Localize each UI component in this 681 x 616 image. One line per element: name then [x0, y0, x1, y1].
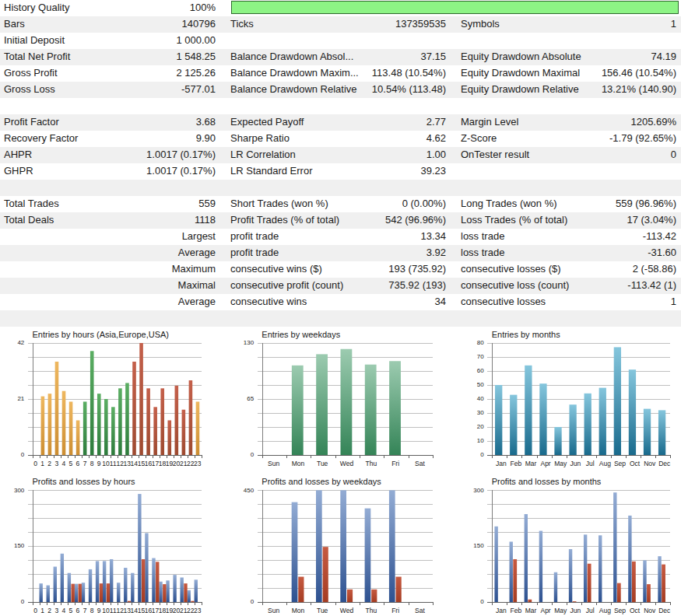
svg-text:40: 40 [477, 395, 484, 402]
svg-text:70: 70 [477, 353, 484, 360]
svg-text:1: 1 [40, 460, 44, 467]
svg-text:0: 0 [33, 460, 37, 467]
svg-text:8: 8 [90, 607, 94, 614]
svg-text:9: 9 [97, 607, 101, 614]
svg-text:2: 2 [47, 460, 51, 467]
svg-text:3: 3 [54, 460, 58, 467]
svg-text:Entries by hours (Asia,Europe,: Entries by hours (Asia,Europe,USA) [33, 330, 169, 339]
svg-text:Fri: Fri [391, 460, 399, 467]
svg-text:Tue: Tue [317, 460, 328, 467]
svg-text:30: 30 [477, 409, 484, 416]
svg-text:Profits and losses by weekdays: Profits and losses by weekdays [262, 477, 381, 486]
svg-text:5: 5 [69, 607, 73, 614]
svg-text:Nov: Nov [644, 460, 656, 467]
svg-text:21: 21 [17, 395, 24, 402]
svg-text:10: 10 [477, 437, 484, 444]
svg-text:Mar: Mar [525, 607, 537, 614]
svg-text:Mar: Mar [525, 460, 537, 467]
svg-text:42: 42 [17, 339, 24, 346]
svg-text:23: 23 [194, 607, 202, 614]
svg-text:Tue: Tue [317, 607, 328, 614]
svg-text:Mon: Mon [292, 460, 305, 467]
svg-text:150: 150 [473, 542, 484, 549]
svg-text:Jan: Jan [496, 607, 507, 614]
svg-text:Dec: Dec [658, 460, 671, 467]
svg-text:300: 300 [14, 487, 25, 494]
svg-text:Feb: Feb [511, 607, 522, 614]
svg-text:20: 20 [477, 423, 484, 430]
svg-text:Aug: Aug [599, 460, 611, 467]
svg-text:Aug: Aug [599, 607, 611, 614]
svg-text:10: 10 [102, 460, 110, 467]
svg-text:Entries by weekdays: Entries by weekdays [262, 330, 340, 339]
svg-text:Jul: Jul [586, 607, 595, 614]
svg-text:Sun: Sun [268, 460, 279, 467]
svg-text:7: 7 [83, 460, 87, 467]
svg-text:Feb: Feb [511, 460, 522, 467]
svg-text:Apr: Apr [540, 460, 550, 467]
svg-text:Sep: Sep [614, 460, 626, 467]
svg-text:1: 1 [40, 607, 44, 614]
svg-text:450: 450 [244, 487, 254, 494]
svg-text:Dec: Dec [658, 607, 671, 614]
svg-text:8: 8 [90, 460, 94, 467]
svg-text:Oct: Oct [630, 607, 641, 614]
svg-text:Mon: Mon [292, 607, 305, 614]
svg-text:Profits and losses by months: Profits and losses by months [492, 477, 602, 486]
svg-text:Sep: Sep [614, 607, 626, 614]
svg-text:10: 10 [102, 607, 110, 614]
svg-text:7: 7 [83, 607, 87, 614]
svg-text:Profits and losses by hours: Profits and losses by hours [33, 477, 136, 486]
svg-text:60: 60 [477, 367, 484, 374]
svg-text:Jun: Jun [570, 607, 581, 614]
svg-text:5: 5 [69, 460, 73, 467]
svg-text:130: 130 [244, 339, 254, 346]
svg-text:Sat: Sat [415, 607, 425, 614]
svg-text:0: 0 [480, 598, 484, 605]
svg-text:300: 300 [473, 487, 484, 494]
svg-text:May: May [554, 607, 567, 614]
svg-text:Jun: Jun [570, 460, 581, 467]
svg-text:150: 150 [14, 542, 25, 549]
svg-text:Sat: Sat [415, 460, 425, 467]
svg-text:6: 6 [76, 460, 80, 467]
svg-text:Thu: Thu [365, 607, 377, 614]
svg-text:2: 2 [47, 607, 51, 614]
svg-text:6: 6 [76, 607, 80, 614]
svg-text:0: 0 [251, 451, 254, 458]
svg-text:Jul: Jul [586, 460, 595, 467]
svg-text:Entries by months: Entries by months [492, 330, 561, 339]
svg-text:Sun: Sun [268, 607, 279, 614]
svg-text:80: 80 [477, 339, 484, 346]
svg-text:0: 0 [33, 607, 37, 614]
svg-text:4: 4 [61, 607, 65, 614]
svg-text:50: 50 [477, 381, 484, 388]
svg-text:Fri: Fri [391, 607, 399, 614]
svg-text:65: 65 [247, 395, 254, 402]
svg-text:0: 0 [21, 451, 25, 458]
svg-text:0: 0 [480, 451, 484, 458]
svg-text:Apr: Apr [540, 607, 550, 614]
svg-text:May: May [554, 460, 567, 467]
svg-text:3: 3 [54, 607, 58, 614]
svg-text:0: 0 [251, 598, 254, 605]
svg-text:Nov: Nov [644, 607, 656, 614]
svg-text:9: 9 [97, 460, 101, 467]
svg-text:Oct: Oct [630, 460, 641, 467]
svg-text:Thu: Thu [365, 460, 377, 467]
svg-text:Jan: Jan [496, 460, 507, 467]
svg-text:Wed: Wed [340, 460, 354, 467]
svg-text:23: 23 [194, 460, 202, 467]
svg-text:0: 0 [21, 598, 25, 605]
svg-text:Wed: Wed [340, 607, 354, 614]
svg-text:4: 4 [61, 460, 65, 467]
